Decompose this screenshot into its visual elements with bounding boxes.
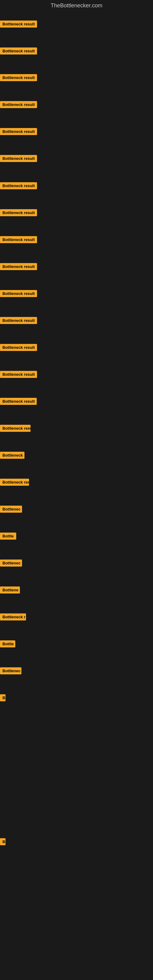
bottleneck-result-item: Bottleneck r bbox=[0, 613, 26, 622]
bottleneck-result-badge[interactable]: Bottleneck result bbox=[0, 344, 37, 351]
bottleneck-result-item: Bottlenec bbox=[0, 667, 21, 676]
bottleneck-result-badge[interactable]: Bottlenec bbox=[0, 667, 21, 675]
bottleneck-result-item: Bottleneck result bbox=[0, 209, 37, 218]
bottleneck-result-item: Bottleneck result bbox=[0, 371, 37, 379]
bottleneck-result-item: Bottleneck bbox=[0, 452, 24, 460]
bottleneck-result-item: Bottleneck result bbox=[0, 128, 37, 136]
bottleneck-result-item: Bottleneck result bbox=[0, 74, 37, 83]
bottleneck-result-badge[interactable]: Bottlenec bbox=[0, 506, 22, 513]
bottleneck-result-item: Bottleneck result bbox=[0, 398, 37, 406]
bottleneck-result-item: Bottleneck result bbox=[0, 344, 37, 352]
bottleneck-result-item: Bottleneck result bbox=[0, 290, 37, 298]
bottleneck-result-badge[interactable]: Bottle bbox=[0, 640, 15, 648]
bottleneck-result-badge[interactable]: Bottleneck result bbox=[0, 371, 37, 378]
bottleneck-result-item: Bottleneck result bbox=[0, 101, 37, 109]
bottleneck-result-badge[interactable]: Bottleneck result bbox=[0, 236, 37, 243]
bottleneck-result-badge[interactable]: Bottleneck r bbox=[0, 613, 26, 620]
bottleneck-result-item: Bottleneck result bbox=[0, 48, 37, 56]
bottleneck-result-item: B bbox=[0, 838, 5, 846]
bottleneck-result-item: Bottleneck result bbox=[0, 317, 37, 325]
bottleneck-result-item: Bottleneck result bbox=[0, 155, 37, 163]
bottleneck-result-item: Bottle bbox=[0, 533, 16, 541]
bottleneck-result-item: Bottleneck result bbox=[0, 236, 37, 244]
bottleneck-result-badge[interactable]: Bottle bbox=[0, 533, 16, 539]
bottleneck-result-badge[interactable]: Bottleneck result bbox=[0, 290, 37, 297]
bottleneck-result-badge[interactable]: Bottleneck res bbox=[0, 479, 29, 486]
bottleneck-result-badge[interactable]: Bottleneck result bbox=[0, 425, 30, 432]
bottleneck-result-item: Bottlenec bbox=[0, 506, 22, 514]
bottleneck-result-item: Bottleneck result bbox=[0, 182, 37, 191]
bottleneck-result-badge[interactable]: Bottleneck result bbox=[0, 182, 37, 189]
bottleneck-result-badge[interactable]: Bottleneck bbox=[0, 452, 24, 459]
bottleneck-result-badge[interactable]: Bottleneck result bbox=[0, 48, 37, 54]
site-title: TheBottlenecker.com bbox=[0, 0, 153, 11]
bottleneck-result-badge[interactable]: Bottleneck result bbox=[0, 263, 37, 270]
bottleneck-result-badge[interactable]: Bottlene bbox=[0, 587, 20, 593]
bottleneck-result-badge[interactable]: Bottlenec bbox=[0, 560, 22, 566]
bottleneck-result-badge[interactable]: Bottleneck result bbox=[0, 398, 37, 405]
bottleneck-result-badge[interactable]: Bottleneck result bbox=[0, 21, 37, 27]
bottleneck-result-badge[interactable]: Bottleneck result bbox=[0, 128, 37, 135]
bottleneck-result-item: Bottlenec bbox=[0, 560, 22, 568]
bottleneck-result-badge[interactable]: Bottleneck result bbox=[0, 209, 37, 216]
bottleneck-result-item: Bottleneck result bbox=[0, 263, 37, 271]
bottleneck-result-item: Bottleneck res bbox=[0, 479, 29, 487]
bottleneck-result-badge[interactable]: Bottleneck result bbox=[0, 74, 37, 81]
bottleneck-result-item: Bottleneck result bbox=[0, 425, 30, 433]
bottleneck-result-item: B bbox=[0, 694, 5, 703]
bottleneck-result-item: Bottlene bbox=[0, 587, 20, 595]
bottleneck-result-badge[interactable]: Bottleneck result bbox=[0, 317, 37, 324]
bottleneck-result-item: Bottleneck result bbox=[0, 21, 37, 29]
bottleneck-result-badge[interactable]: Bottleneck result bbox=[0, 101, 37, 108]
bottleneck-result-badge[interactable]: B bbox=[0, 694, 5, 701]
bottleneck-result-item: Bottle bbox=[0, 640, 15, 649]
bottleneck-result-badge[interactable]: Bottleneck result bbox=[0, 155, 37, 162]
bottleneck-result-badge[interactable]: B bbox=[0, 838, 5, 845]
